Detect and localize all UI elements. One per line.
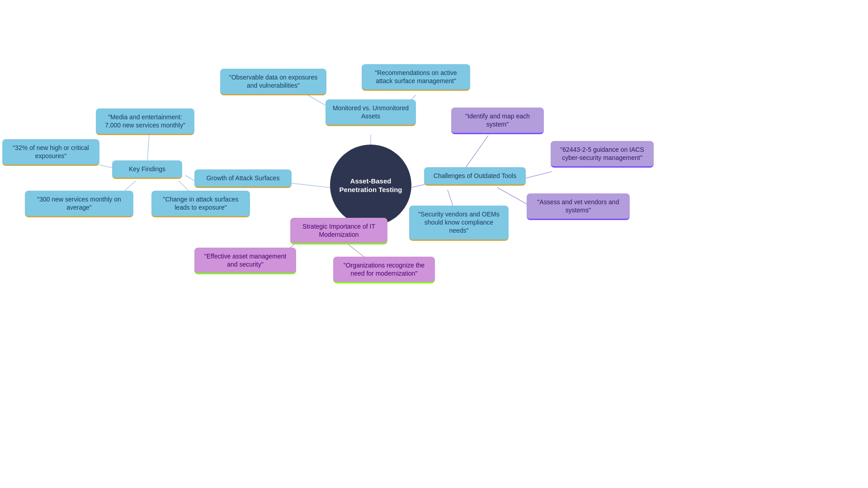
node-key-findings-label: Key Findings xyxy=(129,165,165,173)
node-monitored: Monitored vs. Unmonitored Assets xyxy=(326,99,416,126)
node-32percent: "32% of new high or critical exposures" xyxy=(2,139,99,166)
node-organizations: "Organizations recognize the need for mo… xyxy=(333,257,435,283)
node-effective-label: "Effective asset management and security… xyxy=(201,252,290,268)
node-300services: "300 new services monthly on average" xyxy=(25,191,133,217)
node-media-label: "Media and entertainment: 7,000 new serv… xyxy=(102,113,188,129)
node-growth-label: Growth of Attack Surfaces xyxy=(207,174,280,182)
node-identify: "Identify and map each system" xyxy=(451,108,544,134)
svg-line-3 xyxy=(289,183,330,188)
node-change-attack: "Change in attack surfaces leads to expo… xyxy=(151,191,250,217)
node-effective: "Effective asset management and security… xyxy=(194,248,296,274)
node-security-vendors-label: "Security vendors and OEMs should know c… xyxy=(415,210,502,235)
node-obs-data-label: "Observable data on exposures and vulner… xyxy=(226,73,320,89)
svg-line-11 xyxy=(524,172,552,178)
node-organizations-label: "Organizations recognize the need for mo… xyxy=(340,261,429,277)
node-change-attack-label: "Change in attack surfaces leads to expo… xyxy=(158,195,244,211)
node-challenges-label: Challenges of Outdated Tools xyxy=(434,172,516,180)
node-assess: "Assess and vet vendors and systems" xyxy=(527,193,630,220)
node-obs-data: "Observable data on exposures and vulner… xyxy=(220,69,326,95)
node-strategic: Strategic Importance of IT Modernization xyxy=(290,218,387,244)
node-services300-label: "300 new services monthly on average" xyxy=(31,195,127,211)
center-node: Asset-Based Penetration Testing xyxy=(330,145,411,226)
svg-line-4 xyxy=(185,175,194,181)
node-percent32-label: "32% of new high or critical exposures" xyxy=(9,144,93,160)
node-recommendations-label: "Recommendations on active attack surfac… xyxy=(368,69,464,85)
svg-line-9 xyxy=(411,184,425,188)
node-recommendations: "Recommendations on active attack surfac… xyxy=(362,64,470,91)
node-media: "Media and entertainment: 7,000 new serv… xyxy=(96,108,194,135)
node-assess-label: "Assess and vet vendors and systems" xyxy=(533,198,623,214)
node-security-vendors: "Security vendors and OEMs should know c… xyxy=(409,206,509,241)
node-monitored-label: Monitored vs. Unmonitored Assets xyxy=(332,104,410,120)
node-growth: Growth of Attack Surfaces xyxy=(194,169,292,188)
node-challenges: Challenges of Outdated Tools xyxy=(424,167,526,186)
node-62443: "62443-2-5 guidance on IACS cyber-securi… xyxy=(551,141,654,168)
node-strategic-label: Strategic Importance of IT Modernization xyxy=(297,222,381,239)
node-62443-label: "62443-2-5 guidance on IACS cyber-securi… xyxy=(557,145,647,162)
mindmap-canvas: Asset-Based Penetration Testing Monitore… xyxy=(0,0,868,488)
node-identify-label: "Identify and map each system" xyxy=(458,112,538,128)
node-key-findings: Key Findings xyxy=(112,160,182,179)
center-label: Asset-Based Penetration Testing xyxy=(336,177,405,194)
